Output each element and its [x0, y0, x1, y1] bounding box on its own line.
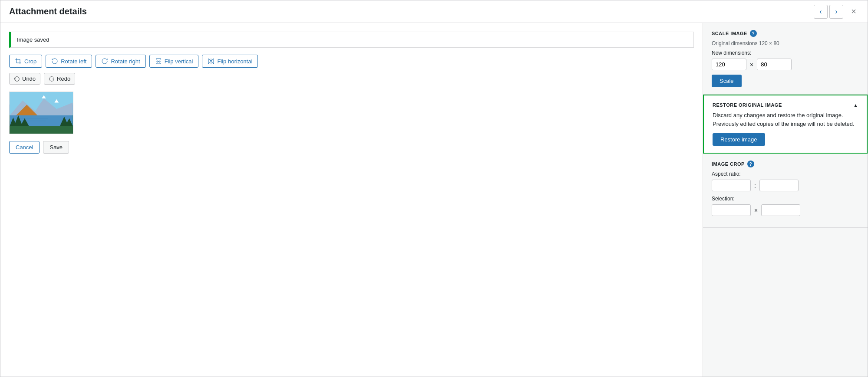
- restore-button[interactable]: Restore image: [713, 133, 765, 146]
- redo-button[interactable]: Redo: [44, 73, 75, 85]
- image-crop-section: IMAGE CROP ? Aspect ratio: : Selection: …: [703, 154, 868, 228]
- restore-title: RESTORE ORIGINAL IMAGE ▲: [713, 102, 858, 108]
- selection-width-input[interactable]: [712, 204, 751, 216]
- flip-vertical-button[interactable]: Flip vertical: [149, 55, 199, 68]
- flip-horizontal-button[interactable]: Flip horizontal: [202, 55, 258, 68]
- notification-message: Image saved: [17, 36, 49, 43]
- header-nav: ‹ ›: [814, 5, 843, 19]
- header: Attachment details ‹ › ×: [0, 0, 868, 23]
- next-button[interactable]: ›: [829, 5, 843, 19]
- selection-label: Selection:: [712, 196, 859, 202]
- save-button[interactable]: Save: [43, 141, 69, 154]
- edit-toolbar: Crop Rotate left Rotate right: [9, 55, 694, 68]
- preview-image: [10, 92, 73, 134]
- crop-button[interactable]: Crop: [9, 55, 42, 68]
- crop-icon: [15, 58, 22, 65]
- scale-image-title: SCALE IMAGE ?: [712, 30, 859, 37]
- rotate-right-icon: [101, 58, 108, 65]
- aspect-ratio-inputs: :: [712, 180, 859, 191]
- rotate-left-icon: [51, 58, 58, 65]
- selection-height-input[interactable]: [761, 204, 800, 216]
- image-crop-title: IMAGE CROP ?: [712, 161, 859, 167]
- selection-inputs: ×: [712, 204, 859, 216]
- scale-help-icon[interactable]: ?: [750, 30, 757, 37]
- dim-separator: ×: [750, 61, 753, 68]
- history-toolbar: Undo Redo: [9, 73, 694, 85]
- restore-description: Discard any changes and restore the orig…: [713, 111, 858, 128]
- rotate-left-button[interactable]: Rotate left: [46, 55, 92, 68]
- original-dimensions: Original dimensions 120 × 80: [712, 40, 859, 46]
- app-window: Attachment details ‹ › × Image saved Cro…: [0, 0, 868, 377]
- aspect-width-input[interactable]: [712, 180, 751, 191]
- width-input[interactable]: [712, 59, 746, 70]
- image-canvas: [10, 92, 73, 134]
- undo-icon: [14, 76, 20, 82]
- flip-vertical-icon: [155, 58, 162, 65]
- close-button[interactable]: ×: [847, 5, 861, 19]
- action-buttons: Cancel Save: [9, 141, 694, 154]
- aspect-separator: :: [754, 182, 756, 189]
- aspect-height-input[interactable]: [759, 180, 799, 191]
- sidebar: SCALE IMAGE ? Original dimensions 120 × …: [703, 23, 868, 377]
- collapse-icon[interactable]: ▲: [854, 103, 858, 108]
- scale-button[interactable]: Scale: [712, 75, 742, 87]
- flip-horizontal-icon: [208, 58, 215, 65]
- undo-button[interactable]: Undo: [9, 73, 40, 85]
- prev-button[interactable]: ‹: [814, 5, 828, 19]
- dimension-inputs: ×: [712, 59, 859, 70]
- sel-separator: ×: [754, 207, 758, 214]
- main-content: Image saved Crop Rotate left: [0, 23, 868, 377]
- editor-area: Image saved Crop Rotate left: [0, 23, 703, 377]
- aspect-ratio-label: Aspect ratio:: [712, 171, 859, 177]
- image-preview: [9, 92, 73, 134]
- cancel-button[interactable]: Cancel: [9, 141, 40, 154]
- redo-icon: [49, 76, 55, 82]
- crop-help-icon[interactable]: ?: [747, 161, 754, 167]
- page-title: Attachment details: [9, 7, 859, 16]
- notification-bar: Image saved: [9, 32, 694, 48]
- new-dimensions-label: New dimensions:: [712, 50, 859, 56]
- svg-rect-10: [10, 126, 73, 134]
- scale-image-section: SCALE IMAGE ? Original dimensions 120 × …: [703, 23, 868, 95]
- rotate-right-button[interactable]: Rotate right: [96, 55, 145, 68]
- restore-section: RESTORE ORIGINAL IMAGE ▲ Discard any cha…: [703, 95, 868, 154]
- height-input[interactable]: [757, 59, 792, 70]
